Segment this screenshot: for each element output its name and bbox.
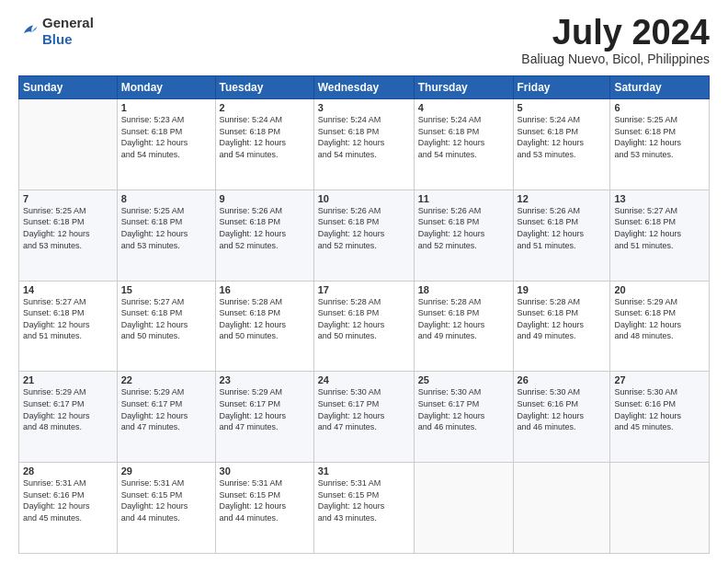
day-number: 20: [614, 284, 705, 295]
day-number: 24: [318, 374, 410, 385]
day-number: 1: [121, 102, 211, 113]
day-info: Sunrise: 5:30 AM Sunset: 6:16 PM Dayligh…: [518, 386, 607, 432]
day-number: 28: [23, 465, 113, 477]
day-cell: 19Sunrise: 5:28 AM Sunset: 6:18 PM Dayli…: [513, 281, 610, 372]
day-number: 10: [318, 193, 410, 204]
day-info: Sunrise: 5:30 AM Sunset: 6:17 PM Dayligh…: [418, 386, 509, 432]
day-cell: 9Sunrise: 5:26 AM Sunset: 6:18 PM Daylig…: [215, 190, 313, 281]
day-cell: [610, 463, 710, 554]
location-label: Baliuag Nuevo, Bicol, Philippines: [521, 52, 710, 66]
day-cell: 18Sunrise: 5:28 AM Sunset: 6:18 PM Dayli…: [414, 281, 513, 372]
day-cell: 10Sunrise: 5:26 AM Sunset: 6:18 PM Dayli…: [313, 190, 414, 281]
day-info: Sunrise: 5:28 AM Sunset: 6:18 PM Dayligh…: [220, 296, 310, 342]
day-info: Sunrise: 5:28 AM Sunset: 6:18 PM Dayligh…: [318, 296, 410, 342]
day-info: Sunrise: 5:26 AM Sunset: 6:18 PM Dayligh…: [318, 205, 410, 251]
day-number: 12: [518, 193, 607, 204]
day-info: Sunrise: 5:25 AM Sunset: 6:18 PM Dayligh…: [121, 205, 211, 251]
day-cell: 5Sunrise: 5:24 AM Sunset: 6:18 PM Daylig…: [513, 99, 610, 190]
logo-text: General Blue: [42, 15, 94, 48]
day-info: Sunrise: 5:26 AM Sunset: 6:18 PM Dayligh…: [518, 205, 607, 251]
day-number: 19: [518, 284, 607, 295]
week-row-1: 1Sunrise: 5:23 AM Sunset: 6:18 PM Daylig…: [19, 99, 710, 190]
calendar-page: General Blue July 2024 Baliuag Nuevo, Bi…: [0, 0, 728, 563]
day-info: Sunrise: 5:29 AM Sunset: 6:17 PM Dayligh…: [23, 386, 113, 432]
logo-line1: General: [42, 15, 94, 31]
day-cell: [19, 99, 118, 190]
week-row-3: 14Sunrise: 5:27 AM Sunset: 6:18 PM Dayli…: [19, 281, 710, 372]
day-cell: 14Sunrise: 5:27 AM Sunset: 6:18 PM Dayli…: [19, 281, 118, 372]
day-info: Sunrise: 5:29 AM Sunset: 6:17 PM Dayligh…: [220, 386, 310, 432]
day-cell: 1Sunrise: 5:23 AM Sunset: 6:18 PM Daylig…: [117, 99, 215, 190]
col-header-friday: Friday: [513, 76, 610, 99]
day-info: Sunrise: 5:31 AM Sunset: 6:15 PM Dayligh…: [121, 477, 211, 523]
day-cell: 15Sunrise: 5:27 AM Sunset: 6:18 PM Dayli…: [117, 281, 215, 372]
col-header-monday: Monday: [117, 76, 215, 99]
day-number: 13: [614, 193, 705, 204]
day-info: Sunrise: 5:27 AM Sunset: 6:18 PM Dayligh…: [614, 205, 705, 251]
day-info: Sunrise: 5:23 AM Sunset: 6:18 PM Dayligh…: [121, 114, 211, 160]
day-number: 30: [220, 465, 310, 477]
day-cell: 17Sunrise: 5:28 AM Sunset: 6:18 PM Dayli…: [313, 281, 414, 372]
day-cell: 16Sunrise: 5:28 AM Sunset: 6:18 PM Dayli…: [215, 281, 313, 372]
day-info: Sunrise: 5:26 AM Sunset: 6:18 PM Dayligh…: [220, 205, 310, 251]
day-cell: 30Sunrise: 5:31 AM Sunset: 6:15 PM Dayli…: [215, 463, 313, 554]
day-info: Sunrise: 5:24 AM Sunset: 6:18 PM Dayligh…: [220, 114, 310, 160]
day-info: Sunrise: 5:27 AM Sunset: 6:18 PM Dayligh…: [121, 296, 211, 342]
day-info: Sunrise: 5:28 AM Sunset: 6:18 PM Dayligh…: [418, 296, 509, 342]
day-info: Sunrise: 5:25 AM Sunset: 6:18 PM Dayligh…: [614, 114, 705, 160]
day-cell: 31Sunrise: 5:31 AM Sunset: 6:15 PM Dayli…: [313, 463, 414, 554]
day-number: 29: [121, 465, 211, 477]
day-info: Sunrise: 5:25 AM Sunset: 6:18 PM Dayligh…: [23, 205, 113, 251]
day-cell: 4Sunrise: 5:24 AM Sunset: 6:18 PM Daylig…: [414, 99, 513, 190]
day-number: 2: [220, 102, 310, 113]
day-number: 15: [121, 284, 211, 295]
col-header-tuesday: Tuesday: [215, 76, 313, 99]
day-cell: 21Sunrise: 5:29 AM Sunset: 6:17 PM Dayli…: [19, 372, 118, 463]
day-number: 25: [418, 374, 509, 385]
day-info: Sunrise: 5:24 AM Sunset: 6:18 PM Dayligh…: [318, 114, 410, 160]
day-cell: 2Sunrise: 5:24 AM Sunset: 6:18 PM Daylig…: [215, 99, 313, 190]
day-cell: 13Sunrise: 5:27 AM Sunset: 6:18 PM Dayli…: [610, 190, 710, 281]
day-info: Sunrise: 5:31 AM Sunset: 6:15 PM Dayligh…: [318, 477, 410, 523]
day-number: 27: [614, 374, 705, 385]
logo-bird-icon: [18, 21, 39, 41]
day-cell: 27Sunrise: 5:30 AM Sunset: 6:16 PM Dayli…: [610, 372, 710, 463]
day-cell: 3Sunrise: 5:24 AM Sunset: 6:18 PM Daylig…: [313, 99, 414, 190]
day-number: 3: [318, 102, 410, 113]
logo: General Blue: [18, 15, 94, 48]
day-number: 5: [518, 102, 607, 113]
day-info: Sunrise: 5:24 AM Sunset: 6:18 PM Dayligh…: [518, 114, 607, 160]
day-number: 8: [121, 193, 211, 204]
day-cell: 24Sunrise: 5:30 AM Sunset: 6:17 PM Dayli…: [313, 372, 414, 463]
calendar-table: SundayMondayTuesdayWednesdayThursdayFrid…: [18, 75, 710, 554]
col-header-thursday: Thursday: [414, 76, 513, 99]
day-info: Sunrise: 5:29 AM Sunset: 6:17 PM Dayligh…: [121, 386, 211, 432]
day-cell: 26Sunrise: 5:30 AM Sunset: 6:16 PM Dayli…: [513, 372, 610, 463]
day-number: 31: [318, 465, 410, 477]
week-row-5: 28Sunrise: 5:31 AM Sunset: 6:16 PM Dayli…: [19, 463, 710, 554]
day-number: 22: [121, 374, 211, 385]
col-header-wednesday: Wednesday: [313, 76, 414, 99]
day-cell: 7Sunrise: 5:25 AM Sunset: 6:18 PM Daylig…: [19, 190, 118, 281]
day-cell: 11Sunrise: 5:26 AM Sunset: 6:18 PM Dayli…: [414, 190, 513, 281]
day-number: 16: [220, 284, 310, 295]
title-section: July 2024 Baliuag Nuevo, Bicol, Philippi…: [521, 15, 710, 66]
month-year-title: July 2024: [521, 15, 710, 50]
day-cell: 22Sunrise: 5:29 AM Sunset: 6:17 PM Dayli…: [117, 372, 215, 463]
day-cell: 12Sunrise: 5:26 AM Sunset: 6:18 PM Dayli…: [513, 190, 610, 281]
day-cell: 20Sunrise: 5:29 AM Sunset: 6:18 PM Dayli…: [610, 281, 710, 372]
day-info: Sunrise: 5:30 AM Sunset: 6:16 PM Dayligh…: [614, 386, 705, 432]
header-row: SundayMondayTuesdayWednesdayThursdayFrid…: [19, 76, 710, 99]
day-cell: 28Sunrise: 5:31 AM Sunset: 6:16 PM Dayli…: [19, 463, 118, 554]
day-number: 11: [418, 193, 509, 204]
day-number: 21: [23, 374, 113, 385]
day-number: 4: [418, 102, 509, 113]
day-number: 7: [23, 193, 113, 204]
day-number: 6: [614, 102, 705, 113]
day-info: Sunrise: 5:26 AM Sunset: 6:18 PM Dayligh…: [418, 205, 509, 251]
day-info: Sunrise: 5:29 AM Sunset: 6:18 PM Dayligh…: [614, 296, 705, 342]
day-cell: 6Sunrise: 5:25 AM Sunset: 6:18 PM Daylig…: [610, 99, 710, 190]
day-cell: 23Sunrise: 5:29 AM Sunset: 6:17 PM Dayli…: [215, 372, 313, 463]
day-number: 26: [518, 374, 607, 385]
day-cell: [414, 463, 513, 554]
